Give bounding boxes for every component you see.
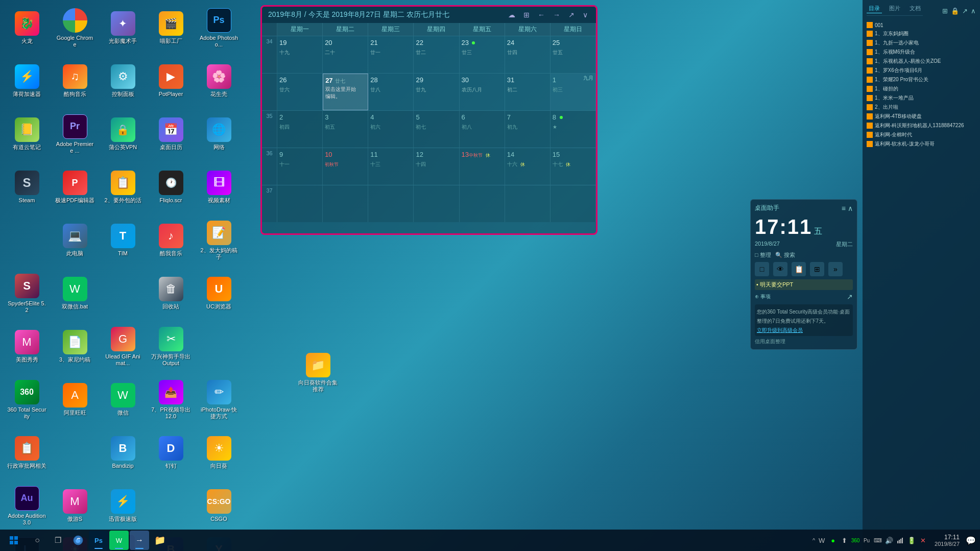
icon-video-factory[interactable]: 🎬 喵影工厂 [149,5,193,51]
systray-volume[interactable]: 🔊 [885,536,894,545]
cal-day-28[interactable]: 28廿八 [368,74,414,110]
icon-steam[interactable]: S Steam [5,164,49,210]
cal-day-sep-9[interactable]: 9十一 [277,148,323,185]
icon-csgo[interactable]: CS:GO CSGO [197,483,241,529]
assistant-organize-btn[interactable]: □ 整理 [755,251,771,259]
sidebar-tab-directory[interactable]: 目录 [867,4,882,13]
icon-vpn[interactable]: 🔒 蒲公英VPN [101,111,145,157]
icon-bandizip[interactable]: B Bandizip [101,430,145,476]
icon-wanxing[interactable]: ✂ 万兴神剪手导出Output [149,324,193,370]
calendar-next-btn[interactable]: → [551,10,562,20]
taskbar-task-view[interactable]: ❐ [48,531,67,550]
icon-ali-wangwang[interactable]: A 阿里旺旺 [53,377,97,423]
assistant-quick-more[interactable]: » [828,262,843,276]
assistant-quick-screen[interactable]: □ [755,262,769,276]
icon-youdao[interactable]: 📒 有道云笔记 [5,111,49,157]
icon-pr-export[interactable]: 📤 7、PR视频导出12.0 [149,377,193,423]
cal-day-21[interactable]: 21廿一 [368,36,414,73]
icon-desktop-cal[interactable]: 📅 桌面日历 [149,111,193,157]
assistant-quick-eye[interactable]: 👁 [773,262,787,276]
icon-huolong[interactable]: 🐉 火龙 [5,5,49,51]
file-item-9[interactable]: 2、出片啦 [867,103,976,112]
sidebar-icon-layout[interactable]: ⊞ [942,7,948,15]
cal-day-sep-12[interactable]: 12十四 [414,148,459,185]
cal-day-23[interactable]: 23 廿三 [460,36,505,73]
taskbar-notify-btn[interactable]: 💬 [964,531,978,550]
icon-ulead-gif[interactable]: G Ulead GIF Animat... [101,324,145,370]
sidebar-tab-docs[interactable]: 文档 [907,4,923,13]
assistant-minimize-btn[interactable]: ∧ [848,204,853,212]
cal-day-sep-4[interactable]: 4初六 [368,111,414,148]
icon-food-outside[interactable]: 📋 2、要外包的活 [101,164,145,210]
cal-day-19[interactable]: 19十九 [277,36,323,73]
icon-magic[interactable]: ✦ 光影魔术手 [101,5,145,51]
systray-pu[interactable]: Pu [862,536,871,545]
icon-adobe-pr[interactable]: Pr Adobe Premiere ... [53,111,97,157]
file-item-8[interactable]: 1、米米一堆产品 [867,93,976,103]
assistant-search-btn[interactable]: 🔍 搜索 [775,251,795,259]
icon-fliqlo[interactable]: 🕐 Fliqlo.scr [149,164,193,210]
icon-meitou[interactable]: M 美图秀秀 [5,324,49,370]
cal-day-26[interactable]: 26廿六 [277,74,323,110]
systray-input-method[interactable]: ⌨ [873,536,882,545]
icon-xunlei[interactable]: ⚡ 迅雷极速版 [101,483,145,529]
cal-day-sep-6[interactable]: 6初八 [460,111,505,148]
cal-day-empty-7[interactable] [551,185,596,222]
calendar-grid-btn[interactable]: ⊞ [521,10,532,20]
assistant-quick-grid[interactable]: ⊞ [810,262,824,276]
icon-control-panel[interactable]: ⚙ 控制面板 [101,58,145,104]
taskbar-cortana[interactable]: ○ [28,531,47,550]
icon-weixin[interactable]: W 微信 [101,377,145,423]
file-item-6[interactable]: 1、荣耀20 Pro背书公关 [867,75,976,84]
icon-thunder-acc[interactable]: ⚡ 薄荷加速器 [5,58,49,104]
assistant-share-icon[interactable]: ↗ [847,293,853,301]
file-item-11[interactable]: 返利网-科沃斯扫地机器人13188847226 [867,121,976,130]
taskbar-arrow[interactable]: → [130,531,149,550]
icon-muyou[interactable]: M 傲游S [53,483,97,529]
cal-day-sep-5[interactable]: 5初七 [414,111,459,148]
file-item-1[interactable]: 1、京东妈妈圈 [867,29,976,38]
cal-day-20[interactable]: 20二十 [323,36,368,73]
cal-day-sep-1[interactable]: 九月 1初三 [551,74,596,110]
systray-expand[interactable]: ^ [812,537,815,543]
cal-day-empty-4[interactable] [414,185,459,222]
file-item-13[interactable]: 返利网-软水机-泼龙小哥哥 [867,139,976,149]
taskbar-clock[interactable]: 17:11 2019/8/27 [930,534,964,547]
systray-upload[interactable]: ⬆ [840,536,849,545]
file-item-001[interactable]: 001 [867,21,976,29]
cal-day-empty-2[interactable] [323,185,368,222]
cal-day-24[interactable]: 24廿四 [505,36,551,73]
icon-iphoto-draw[interactable]: ✏ iPhotoDraw·快捷方式 [197,377,241,423]
icon-kugou[interactable]: ♫ 酷狗音乐 [53,58,97,104]
icon-dadji[interactable]: 📝 2、发大妈的稿子 [197,218,241,263]
icon-huasheng[interactable]: 🌸 花生壳 [197,58,241,104]
icon-wechat-bat[interactable]: W 双微信.bat [53,271,97,317]
icon-network[interactable]: 🌐 网络 [197,111,241,157]
cal-day-29[interactable]: 29廿九 [414,74,459,110]
cal-day-sep-3[interactable]: 3初五 [323,111,368,148]
cal-day-22[interactable]: 22廿二 [414,36,459,73]
systray-wechat[interactable]: W [817,536,826,545]
file-item-12[interactable]: 返利网-全棉时代 [867,130,976,139]
icon-pdf-editor[interactable]: P 极速PDF编辑器 [53,164,97,210]
calendar-cloud-btn[interactable]: ☁ [506,10,517,20]
icon-spyder[interactable]: S Spyder5Elite 5.2 [5,271,49,317]
assistant-quick-clipboard[interactable]: 📋 [792,262,806,276]
icon-jiajia[interactable]: 📄 3、家尼约稿 [53,324,97,370]
cal-day-31[interactable]: 31初二 [505,74,551,110]
icon-chrome[interactable]: Google Chrome [53,5,97,51]
cal-day-sep-2[interactable]: 2初四 [277,111,323,148]
icon-adobe-au[interactable]: Au Adobe Audition 3.0 [5,483,49,529]
taskbar-wechat[interactable]: W [109,531,129,550]
systray-battery[interactable]: 🔋 [907,536,916,545]
sidebar-icon-lock[interactable]: 🔒 [951,7,959,15]
cal-day-27-today[interactable]: 27 廿七 双击这里开始编辑。 [323,74,368,110]
cal-day-sep-7[interactable]: 7初九 [505,111,551,148]
icon-potplayer[interactable]: ▶ PotPlayer [149,58,193,104]
icon-360-security[interactable]: 360 360 Total Security [5,377,49,423]
cal-day-sep-14[interactable]: 14十六 休 [505,148,551,185]
icon-adobe-ps[interactable]: Ps Adobe Photosho... [197,5,241,51]
cal-day-empty-3[interactable] [368,185,414,222]
icon-sunny[interactable]: ☀ 向日葵 [197,430,241,476]
cal-day-sep-11[interactable]: 11十三 [368,148,414,185]
